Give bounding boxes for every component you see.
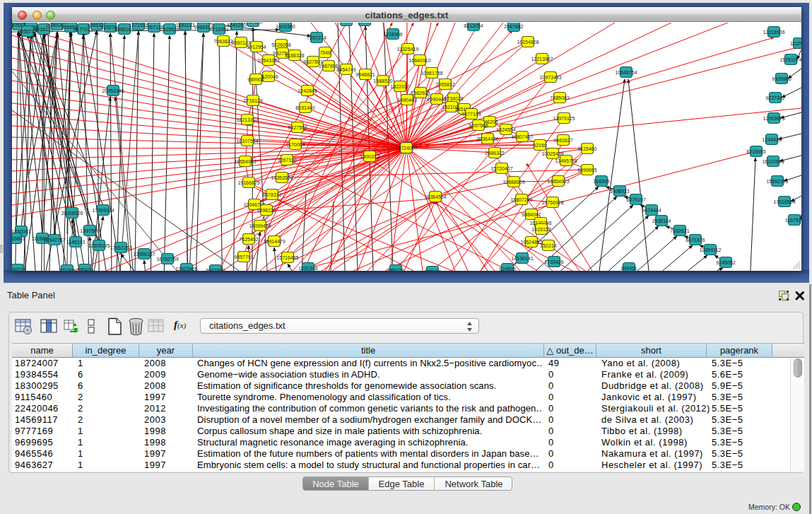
svg-text:252214: 252214 xyxy=(540,243,556,248)
svg-text:9646821: 9646821 xyxy=(355,72,375,77)
svg-text:1615132: 1615132 xyxy=(531,227,551,232)
svg-text:9245052: 9245052 xyxy=(716,260,735,265)
svg-text:16154808: 16154808 xyxy=(517,40,539,45)
svg-text:7663822: 7663822 xyxy=(213,39,233,44)
svg-text:1562635: 1562635 xyxy=(411,90,430,95)
svg-text:8878312: 8878312 xyxy=(262,192,281,197)
svg-text:15751074: 15751074 xyxy=(779,57,801,62)
svg-text:9377109: 9377109 xyxy=(461,112,481,117)
svg-text:3267110: 3267110 xyxy=(278,158,297,163)
svg-text:9857791: 9857791 xyxy=(234,255,253,259)
svg-text:2087682: 2087682 xyxy=(504,24,523,29)
svg-text:104451: 104451 xyxy=(620,266,637,271)
svg-text:7632621: 7632621 xyxy=(670,228,689,233)
svg-text:8131200: 8131200 xyxy=(336,23,355,23)
svg-text:1145193: 1145193 xyxy=(66,240,86,245)
svg-text:18807249: 18807249 xyxy=(510,197,532,202)
svg-text:9964312: 9964312 xyxy=(243,23,262,24)
svg-text:1170064: 1170064 xyxy=(286,142,305,147)
svg-text:14136141: 14136141 xyxy=(511,256,533,261)
svg-text:20206526: 20206526 xyxy=(61,211,83,216)
svg-text:15720407: 15720407 xyxy=(490,166,512,171)
svg-text:16914479: 16914479 xyxy=(263,239,285,244)
svg-text:9012330: 9012330 xyxy=(206,268,225,271)
svg-text:16107554: 16107554 xyxy=(236,139,258,144)
svg-text:9327552: 9327552 xyxy=(288,125,307,130)
svg-text:1624554: 1624554 xyxy=(496,127,515,132)
svg-text:3912954: 3912954 xyxy=(247,45,266,49)
svg-text:17359924: 17359924 xyxy=(92,208,114,213)
svg-text:12505195: 12505195 xyxy=(88,243,110,248)
svg-text:9329966: 9329966 xyxy=(772,76,791,81)
svg-text:12942757: 12942757 xyxy=(43,238,65,243)
svg-text:8215955: 8215955 xyxy=(746,149,765,154)
svg-text:10025438: 10025438 xyxy=(541,151,563,156)
svg-text:16782759: 16782759 xyxy=(156,257,178,262)
svg-text:137164: 137164 xyxy=(424,269,440,271)
svg-text:13654923: 13654923 xyxy=(547,179,569,184)
svg-text:13495758: 13495758 xyxy=(555,158,577,163)
svg-text:9734028: 9734028 xyxy=(444,96,463,101)
svg-text:7712051: 7712051 xyxy=(209,27,228,32)
svg-text:9115460: 9115460 xyxy=(578,146,597,151)
svg-text:12213967: 12213967 xyxy=(531,57,553,62)
svg-text:7625402: 7625402 xyxy=(239,237,258,242)
svg-text:1498222: 1498222 xyxy=(257,208,276,213)
svg-text:7546: 7546 xyxy=(319,50,331,55)
svg-text:9177013: 9177013 xyxy=(73,27,93,32)
svg-text:6899695: 6899695 xyxy=(577,168,596,173)
svg-text:1397586: 1397586 xyxy=(80,228,99,233)
svg-text:771205: 771205 xyxy=(59,268,75,271)
svg-text:8466160: 8466160 xyxy=(114,27,134,32)
svg-text:2967608: 2967608 xyxy=(319,64,338,69)
svg-text:12213303: 12213303 xyxy=(236,117,258,122)
svg-text:6697568: 6697568 xyxy=(469,123,488,128)
svg-text:1244415: 1244415 xyxy=(762,137,781,142)
svg-text:9463627: 9463627 xyxy=(553,138,572,143)
svg-text:1218906: 1218906 xyxy=(383,32,402,37)
svg-text:8454749: 8454749 xyxy=(336,67,355,72)
svg-text:190223: 190223 xyxy=(12,267,26,271)
svg-text:10654112: 10654112 xyxy=(700,247,722,252)
svg-text:12093873: 12093873 xyxy=(763,116,784,121)
svg-text:11325419: 11325419 xyxy=(397,47,419,52)
svg-text:1300202: 1300202 xyxy=(360,154,379,159)
svg-text:7955812: 7955812 xyxy=(435,82,454,87)
svg-text:62160: 62160 xyxy=(533,143,547,148)
svg-text:989902: 989902 xyxy=(247,77,264,82)
svg-text:10543382: 10543382 xyxy=(257,58,279,63)
svg-text:14353564: 14353564 xyxy=(271,175,293,180)
svg-text:3915801: 3915801 xyxy=(12,236,25,241)
svg-text:13975125: 13975125 xyxy=(553,116,575,121)
svg-text:9055717: 9055717 xyxy=(18,29,37,34)
svg-text:5226058: 5226058 xyxy=(271,42,290,47)
svg-text:164095: 164095 xyxy=(593,179,609,184)
svg-text:1822037: 1822037 xyxy=(390,84,409,89)
svg-text:1292346: 1292346 xyxy=(298,266,317,271)
svg-text:2935114: 2935114 xyxy=(652,218,671,223)
svg-text:15692391: 15692391 xyxy=(766,179,788,184)
svg-text:17016504: 17016504 xyxy=(773,199,795,204)
svg-text:7857274: 7857274 xyxy=(307,35,326,40)
svg-text:7515526: 7515526 xyxy=(160,27,179,32)
svg-text:2718129: 2718129 xyxy=(243,98,262,103)
svg-text:1651133: 1651133 xyxy=(176,23,195,28)
svg-text:10961758: 10961758 xyxy=(420,71,442,76)
svg-text:985779: 985779 xyxy=(387,268,404,271)
svg-text:10688609: 10688609 xyxy=(502,180,524,185)
svg-text:995410: 995410 xyxy=(76,267,93,271)
svg-text:1112533: 1112533 xyxy=(790,41,801,46)
svg-text:18724007: 18724007 xyxy=(395,146,417,151)
svg-text:20053346: 20053346 xyxy=(102,88,124,93)
svg-text:10973493: 10973493 xyxy=(539,75,561,80)
svg-text:19524851: 19524851 xyxy=(520,240,542,245)
svg-text:1031450: 1031450 xyxy=(355,23,374,23)
svg-text:2486322: 2486322 xyxy=(485,151,504,156)
svg-text:8471676: 8471676 xyxy=(686,238,705,243)
svg-text:9474444: 9474444 xyxy=(642,208,661,213)
svg-text:1733426: 1733426 xyxy=(544,259,563,264)
svg-text:16210643: 16210643 xyxy=(762,159,784,164)
svg-text:8186328: 8186328 xyxy=(285,53,304,58)
svg-text:10807487: 10807487 xyxy=(511,134,533,139)
svg-text:14099459: 14099459 xyxy=(249,223,271,228)
